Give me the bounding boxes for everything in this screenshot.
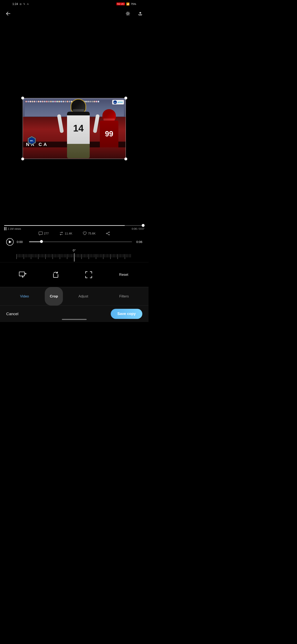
video-area: NA CA NFL 14	[0, 20, 148, 237]
expand-icon	[84, 270, 93, 279]
alert-icon: ⚠	[27, 3, 29, 5]
status-left: 1:24 ◎ 𝕏 ⚠	[12, 2, 29, 6]
tab-video[interactable]: Video	[4, 287, 45, 306]
seek-time-start: 0:00	[17, 240, 26, 244]
jersey-number-14: 14	[67, 112, 90, 145]
social-row: 277 11.4K 75.6K	[0, 232, 148, 237]
svg-text:NFL: NFL	[30, 140, 34, 142]
comment-item[interactable]: 277	[38, 232, 49, 235]
playhead-row: 0:00 0:06	[0, 238, 148, 246]
crop-handle-bottom-right[interactable]	[124, 158, 127, 160]
aspect-ratio-tool[interactable]	[18, 270, 27, 279]
share-button[interactable]	[136, 10, 144, 18]
expand-tool[interactable]	[84, 270, 93, 279]
reset-button[interactable]: Reset	[117, 270, 130, 279]
svg-point-4	[106, 233, 107, 234]
play-button[interactable]	[6, 238, 13, 246]
svg-rect-6	[19, 272, 24, 276]
crop-handle-top-right[interactable]	[124, 96, 127, 100]
like-item[interactable]: 75.6K	[83, 232, 96, 235]
trim-timeline-area: 0:00 0:06 0°	[0, 238, 148, 262]
views-label: 2.1M views	[8, 227, 21, 230]
video-info-row: 2.1M views 0:06 / 0:07	[0, 227, 148, 232]
helmet-14	[71, 99, 86, 113]
jersey-14: 14	[67, 112, 90, 145]
player-14-container: 14	[58, 99, 99, 159]
toolbar-right-icons	[124, 10, 144, 18]
aspect-ratio-icon	[18, 270, 27, 279]
angle-label: 0°	[73, 248, 76, 252]
tab-bar: Video Crop Adjust Filters	[0, 287, 148, 306]
battery-icon: 75%	[131, 2, 136, 6]
seek-fill	[29, 242, 41, 242]
tab-crop[interactable]: Crop	[45, 287, 63, 306]
progress-thumb[interactable]	[142, 224, 145, 227]
crop-tools-section: Reset	[0, 262, 148, 287]
arm-left-14	[57, 114, 64, 133]
jersey-number-99: 99	[100, 120, 118, 148]
nfl-logo-field: NFL	[26, 135, 37, 146]
comment-count: 277	[44, 232, 49, 235]
broadcast-logo: NFL prime	[112, 100, 124, 104]
views-count: 2.1M views	[4, 227, 21, 230]
ruler-center-line	[74, 253, 74, 262]
svg-point-3	[109, 232, 109, 232]
crop-tools-row: Reset	[0, 270, 148, 279]
play-triangle-icon	[9, 240, 11, 243]
ruler-strip[interactable]	[0, 253, 148, 262]
jersey-99: 99	[100, 120, 118, 148]
location-icon: ◎	[19, 3, 22, 5]
crop-handle-bottom-left[interactable]	[21, 158, 24, 160]
progress-bar-fill	[4, 225, 125, 226]
home-indicator	[62, 319, 87, 320]
save-copy-button[interactable]: Save copy	[111, 309, 142, 319]
pants-14	[67, 144, 90, 158]
pause-icon[interactable]	[4, 227, 6, 230]
video-thumbnail: NA CA NFL 14	[23, 98, 126, 159]
svg-point-5	[109, 234, 109, 235]
seek-bar[interactable]	[29, 242, 132, 242]
retweet-count: 11.4K	[65, 232, 72, 235]
crop-frame-wrapper[interactable]: NA CA NFL 14	[23, 98, 126, 159]
rotate-tool[interactable]	[51, 270, 60, 279]
twitter-icon: 𝕏	[23, 3, 25, 5]
seek-time-end: 0:06	[135, 240, 142, 244]
signal-icon: 📶	[126, 2, 130, 6]
seek-thumb[interactable]	[40, 240, 43, 243]
trim-section: 0:00 0:06 0°	[0, 237, 148, 262]
status-right: 5G UC 📶 75%	[116, 2, 136, 6]
svg-point-0	[127, 13, 129, 14]
progress-bar-background	[4, 225, 144, 226]
crop-handle-top-left[interactable]	[21, 96, 24, 100]
progress-bar-wrapper[interactable]	[0, 225, 148, 226]
cancel-button[interactable]: Cancel	[6, 312, 18, 316]
status-time: 1:24	[12, 2, 18, 6]
top-toolbar	[0, 8, 148, 20]
network-badge: 5G UC	[116, 2, 125, 5]
status-bar: 1:24 ◎ 𝕏 ⚠ 5G UC 📶 75%	[0, 0, 148, 8]
player-99-container: 99	[97, 109, 121, 159]
video-controls-area: 2.1M views 0:06 / 0:07 277 11.4K 75.6K	[0, 215, 148, 237]
tab-adjust[interactable]: Adjust	[63, 287, 103, 306]
time-display: 0:06 / 0:07	[132, 227, 144, 230]
back-button[interactable]	[4, 10, 12, 18]
tab-filters[interactable]: Filters	[104, 287, 144, 306]
like-count: 75.6K	[88, 232, 96, 235]
rotate-icon	[51, 270, 60, 279]
helmet-99	[102, 109, 116, 122]
svg-text:NFL: NFL	[114, 102, 116, 103]
retweet-item[interactable]: 11.4K	[59, 232, 72, 235]
settings-button[interactable]	[124, 10, 132, 18]
share-item[interactable]	[106, 232, 110, 235]
